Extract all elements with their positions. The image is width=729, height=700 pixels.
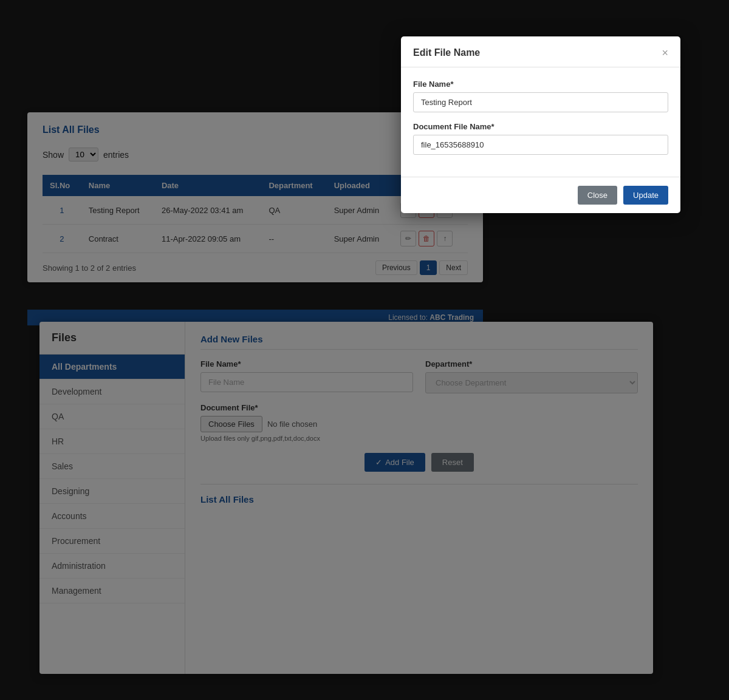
modal-file-name-label: File Name*	[413, 80, 668, 89]
modal-file-name-group: File Name*	[413, 80, 668, 112]
edit-file-modal: Edit File Name × File Name* Document Fil…	[401, 36, 680, 213]
modal-overlay: Edit File Name × File Name* Document Fil…	[0, 0, 729, 700]
modal-title: Edit File Name	[413, 47, 480, 58]
modal-close-footer-button[interactable]: Close	[578, 186, 617, 205]
modal-header: Edit File Name ×	[401, 36, 680, 67]
modal-body: File Name* Document File Name*	[401, 67, 680, 177]
modal-doc-file-name-label: Document File Name*	[413, 122, 668, 131]
modal-update-button[interactable]: Update	[623, 186, 668, 205]
modal-footer: Close Update	[401, 177, 680, 213]
modal-file-name-input[interactable]	[413, 92, 668, 112]
modal-close-button[interactable]: ×	[662, 47, 668, 58]
modal-doc-file-name-input[interactable]	[413, 135, 668, 155]
modal-doc-file-name-group: Document File Name*	[413, 122, 668, 155]
